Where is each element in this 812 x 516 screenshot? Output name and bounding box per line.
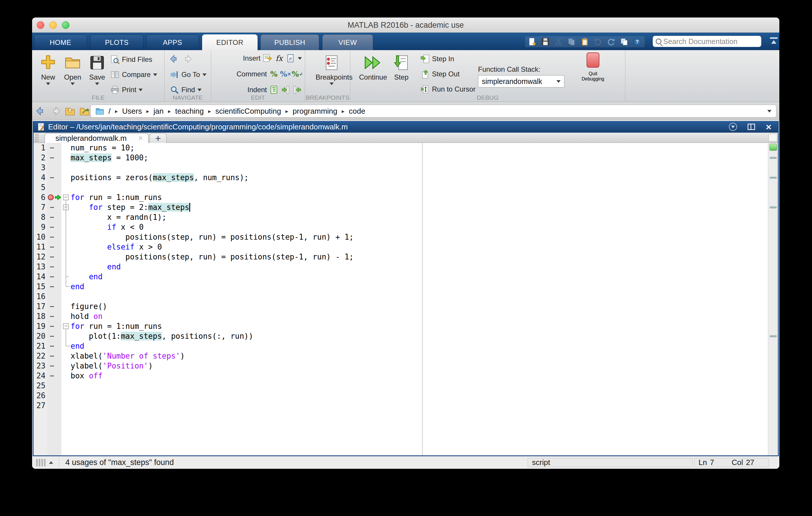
paste-icon[interactable] (580, 37, 590, 47)
find-files-button[interactable]: Find Files (110, 54, 152, 65)
statusbar-grip[interactable] (36, 459, 46, 466)
breadcrumb[interactable]: /▸Users▸jan▸teaching▸scientificComputing… (90, 105, 776, 118)
insert-function-icon[interactable]: fx (274, 54, 284, 63)
search-documentation-box[interactable] (653, 36, 761, 47)
close-icon[interactable]: × (765, 122, 772, 132)
executable-line-dash[interactable] (50, 227, 54, 228)
code-line-9[interactable]: 9 if x < 0 (33, 222, 778, 232)
ribbon-tab-home[interactable]: HOME (34, 34, 87, 50)
new-button[interactable]: New (36, 52, 60, 96)
help-icon[interactable]: ? (632, 37, 642, 47)
search-documentation-input[interactable] (663, 37, 751, 46)
message-indicator-bar[interactable] (768, 143, 778, 455)
executable-line-dash[interactable] (50, 316, 54, 317)
nav-forward-icon[interactable] (50, 106, 61, 116)
path-dropdown-icon[interactable] (767, 110, 772, 113)
executable-line-dash[interactable] (50, 306, 54, 307)
comment-icon[interactable]: % (269, 69, 279, 79)
code-line-20[interactable]: 20 plot(1:max_steps, positions(:, run)) (33, 331, 778, 341)
code-line-25[interactable]: 25 (33, 381, 778, 391)
nav-back-icon[interactable] (36, 106, 46, 116)
smart-indent-icon[interactable] (269, 85, 279, 94)
code-line-17[interactable]: 17figure() (33, 301, 778, 311)
executable-line-dash[interactable] (50, 177, 54, 178)
tabstrip-grip[interactable] (35, 134, 39, 142)
compare-button[interactable]: Compare (110, 69, 157, 80)
code-line-6[interactable]: 6for run = 1:num_runs (33, 192, 778, 202)
continue-button[interactable]: Continue (357, 52, 388, 96)
executable-line-dash[interactable] (50, 237, 54, 238)
copy-icon[interactable] (567, 37, 577, 47)
cut-icon[interactable] (554, 37, 563, 47)
step-button[interactable]: Step (390, 52, 413, 96)
browse-folder-icon[interactable] (79, 106, 90, 116)
save-icon[interactable] (541, 37, 550, 47)
code-line-19[interactable]: 19for run = 1:num_runs (33, 321, 778, 331)
breakpoints-button[interactable]: Breakpoints (316, 52, 348, 96)
code-line-2[interactable]: 2max_steps = 1000; (33, 153, 778, 163)
code-analyzer-indicator[interactable] (770, 144, 777, 151)
ribbon-tab-plots[interactable]: PLOTS (90, 34, 144, 50)
redo-icon[interactable] (606, 37, 616, 47)
code-line-18[interactable]: 18hold on (33, 311, 778, 321)
back-arrow-icon[interactable] (170, 54, 179, 64)
code-line-15[interactable]: 15end (33, 282, 778, 292)
code-line-27[interactable]: 27 (33, 400, 778, 411)
code-line-12[interactable]: 12 positions(step, run) = positions(step… (33, 252, 778, 262)
code-line-10[interactable]: 10 positions(step, run) = positions(step… (33, 232, 778, 242)
executable-line-dash[interactable] (50, 247, 54, 247)
new-tab-button[interactable]: + (150, 133, 167, 143)
save-button[interactable]: Save (85, 52, 109, 96)
forward-arrow-icon[interactable] (182, 54, 192, 64)
breadcrumb-item-scientificComputing[interactable]: scientificComputing (215, 107, 281, 116)
breadcrumb-item-root[interactable]: / (109, 107, 111, 116)
statusbar-expand-icon[interactable] (49, 461, 53, 464)
wrap-comments-icon[interactable]: %↵ (293, 69, 302, 79)
folder-up-icon[interactable] (65, 106, 75, 116)
usage-marker[interactable] (770, 206, 777, 208)
code-fold-icon[interactable] (63, 194, 69, 200)
code-line-21[interactable]: 21end (33, 341, 778, 351)
executable-line-dash[interactable] (50, 326, 54, 327)
quit-debugging-button[interactable]: Quit Debugging (573, 53, 613, 82)
code-line-16[interactable]: 16 (33, 292, 778, 301)
dock-icon[interactable] (748, 124, 755, 130)
insert-section-icon[interactable] (263, 54, 272, 63)
find-button[interactable]: Find (170, 85, 202, 95)
code-line-5[interactable]: 5 (33, 182, 778, 192)
executable-line-dash[interactable] (50, 157, 54, 158)
new-script-icon[interactable] (527, 37, 537, 47)
code-line-8[interactable]: 8 x = randn(1); (33, 212, 778, 222)
undo-icon[interactable] (593, 37, 603, 47)
ribbon-tab-apps[interactable]: APPS (146, 34, 199, 50)
indent-right-icon[interactable] (281, 85, 290, 94)
ribbon-tab-view[interactable]: VIEW (322, 34, 373, 50)
executable-line-dash[interactable] (50, 217, 54, 218)
usage-marker[interactable] (770, 157, 777, 159)
code-line-1[interactable]: 1num_runs = 10; (33, 143, 778, 153)
open-button[interactable]: Open (61, 52, 85, 96)
code-line-7[interactable]: 7 for step = 2:max_steps (33, 202, 778, 212)
code-fold-icon[interactable] (63, 323, 69, 329)
run-to-cursor-button[interactable]: Run to Cursor (420, 84, 475, 94)
step-out-button[interactable]: Step Out (420, 69, 460, 79)
minimize-toolstrip-icon[interactable] (770, 37, 779, 45)
code-editor[interactable]: 1num_runs = 10;2max_steps = 1000;34posit… (33, 143, 778, 455)
executable-line-dash[interactable] (50, 346, 54, 346)
ribbon-tab-editor[interactable]: EDITOR (202, 34, 258, 51)
executable-line-dash[interactable] (50, 375, 54, 376)
tab-scroll-button[interactable] (768, 134, 777, 142)
executable-line-dash[interactable] (50, 267, 54, 267)
usage-marker[interactable] (770, 335, 777, 337)
function-call-stack-select[interactable]: simplerandomwalk (478, 75, 564, 87)
step-in-button[interactable]: Step In (420, 54, 454, 64)
tab-close-icon[interactable]: × (138, 133, 143, 143)
switch-windows-icon[interactable] (619, 37, 629, 47)
code-line-4[interactable]: 4positions = zeros(max_steps, num_runs); (33, 173, 778, 182)
usage-marker[interactable] (770, 177, 777, 179)
goto-button[interactable]: Go To (170, 69, 206, 80)
executable-line-dash[interactable] (50, 256, 54, 257)
code-line-3[interactable]: 3 (33, 163, 778, 173)
code-line-23[interactable]: 23ylabel('Position') (33, 361, 778, 371)
code-line-24[interactable]: 24box off (33, 371, 778, 381)
